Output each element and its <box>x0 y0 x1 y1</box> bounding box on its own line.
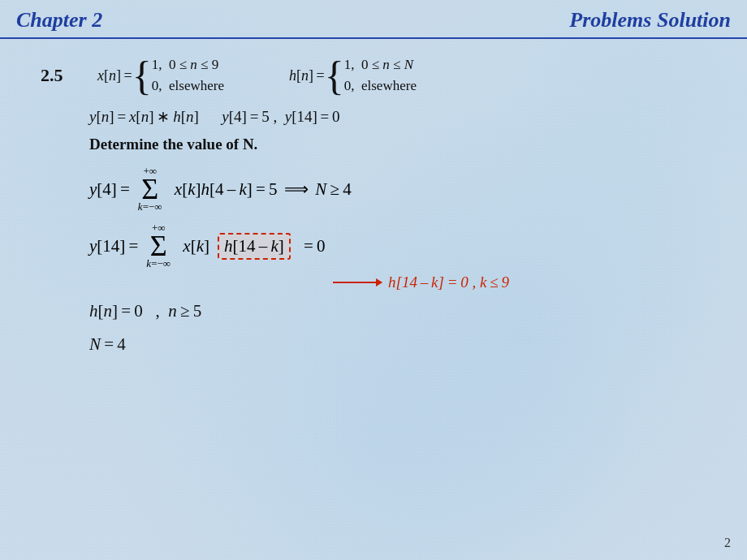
hn-case-1: 1, 0 ≤ n ≤ N <box>344 57 417 73</box>
yn-convolution-line: y[n] = x[n] ∗ h[n] y[4] = 5 , y[14] = 0 <box>89 107 723 126</box>
xn-brace: { <box>132 55 152 96</box>
arrow-annotation-area: h[14 – k] = 0 , k ≤ 9 <box>333 274 723 291</box>
hn-cases: 1, 0 ≤ n ≤ N 0, elsewhere <box>344 57 417 94</box>
y14-xk: x[k] <box>179 236 209 256</box>
hn-definition: h[n] = { 1, 0 ≤ n ≤ N 0, elsewhere <box>289 55 417 96</box>
y14-hk-boxed: h[14 – k] <box>218 233 291 260</box>
y14-label: y[14] = <box>89 236 138 256</box>
y14-equals-zero: = 0 <box>300 236 326 256</box>
chapter-label: Chapter 2 <box>16 8 102 32</box>
problem-definitions: 2.5 x[n] = { 1, 0 ≤ n ≤ 9 0, elsewhere h… <box>41 55 723 96</box>
problem-number: 2.5 <box>41 65 81 86</box>
xn-case-1: 1, 0 ≤ n ≤ 9 <box>152 57 224 73</box>
determine-line: Determine the value of N. <box>89 136 723 153</box>
xn-definition: x[n] = { 1, 0 ≤ n ≤ 9 0, elsewhere <box>97 55 224 96</box>
main-content: 2.5 x[n] = { 1, 0 ≤ n ≤ 9 0, elsewhere h… <box>0 39 747 363</box>
annotation-text: h[14 – k] = 0 , k ≤ 9 <box>388 274 509 291</box>
page-number: 2 <box>724 536 731 550</box>
sigma-symbol-1: Σ <box>141 174 158 204</box>
sigma-1: +∞ Σ k=−∞ <box>138 165 162 213</box>
xn-case-2: 0, elsewhere <box>152 78 224 94</box>
y4-summation: y[4] = +∞ Σ k=−∞ x[k]h[4 – k] = 5 ⟹ N ≥ … <box>89 165 723 213</box>
n-result-line: N = 4 <box>89 334 723 355</box>
y4-label: y[4] = <box>89 179 130 200</box>
hn-brace: { <box>325 55 344 96</box>
hn-label: h[n] = <box>289 67 325 84</box>
sigma-lower-2: k=−∞ <box>146 257 171 270</box>
y14-summation: y[14] = +∞ Σ k=−∞ x[k] h[14 – k] = 0 <box>89 222 723 270</box>
sigma-2: +∞ Σ k=−∞ <box>146 222 171 270</box>
y4-equation: x[k]h[4 – k] = 5 ⟹ N ≥ 4 <box>171 179 352 200</box>
xn-label: x[n] = <box>97 67 132 84</box>
sigma-symbol-2: Σ <box>150 231 167 261</box>
hn-case-2: 0, elsewhere <box>344 78 417 94</box>
page-header: Chapter 2 Problems Solution <box>0 0 747 39</box>
page-title: Problems Solution <box>569 8 731 32</box>
sigma-lower-1: k=−∞ <box>138 200 162 213</box>
xn-cases: 1, 0 ≤ n ≤ 9 0, elsewhere <box>152 57 224 94</box>
hn-zero-line: h[n] = 0 , n ≥ 5 <box>89 301 723 321</box>
arrow-line <box>333 282 382 283</box>
